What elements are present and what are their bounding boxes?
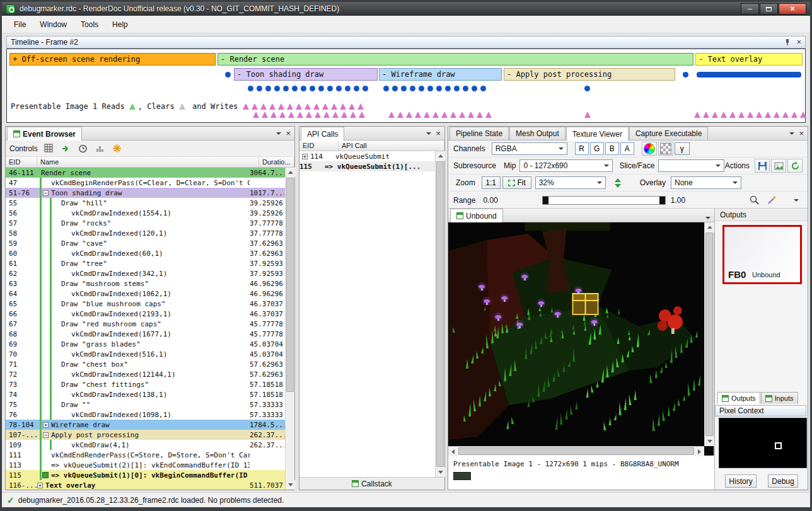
overlay-select[interactable]: None xyxy=(671,176,741,189)
close-icon[interactable]: × xyxy=(799,130,804,137)
range-max-value[interactable]: 1.00 xyxy=(671,196,685,205)
api-calls-scrollbar[interactable] xyxy=(435,151,444,477)
timer-icon[interactable] xyxy=(78,143,89,154)
event-row[interactable]: 62 vkCmdDrawIndexed(342,1) 37.92593 xyxy=(6,268,285,278)
chevron-down-icon[interactable] xyxy=(426,132,431,135)
column-header[interactable]: EID xyxy=(299,141,339,151)
expander-icon[interactable]: + xyxy=(302,154,308,159)
texture-list-dropdown-icon[interactable] xyxy=(705,217,710,219)
event-row[interactable]: 73 Draw "chest fittings" 57.18518 xyxy=(6,379,285,389)
panel-tab[interactable]: Mesh Output xyxy=(509,127,566,140)
close-button[interactable]: × xyxy=(779,3,806,14)
column-header[interactable]: EID xyxy=(6,157,37,167)
column-header[interactable]: Name xyxy=(37,157,259,167)
event-row[interactable]: 70 vkCmdDrawIndexed(516,1) 45.03704 xyxy=(6,349,285,359)
close-icon[interactable]: × xyxy=(436,130,441,137)
color-wheel-button[interactable] xyxy=(642,142,657,156)
event-row[interactable]: 72 vkCmdDrawIndexed(12144,1) 57.62963 xyxy=(6,369,285,379)
close-panel-icon[interactable]: × xyxy=(796,38,801,46)
event-row[interactable]: 57 Draw "rocks" 37.77778 xyxy=(6,218,285,228)
range-min-value[interactable]: 0.00 xyxy=(483,196,497,205)
event-browser-scrollbar[interactable] xyxy=(285,168,294,490)
save-button[interactable] xyxy=(755,159,770,173)
gamma-button[interactable]: γ xyxy=(675,142,690,155)
channel-button[interactable]: G xyxy=(590,142,604,155)
close-icon[interactable]: × xyxy=(286,130,291,137)
texture-vertical-scrollbar[interactable] xyxy=(704,222,714,446)
tab-api-calls[interactable]: API Calls xyxy=(301,127,344,141)
tab-current-texture[interactable]: Unbound xyxy=(450,209,503,222)
texture-display-area[interactable] xyxy=(448,222,714,456)
event-row[interactable]: 63 Draw "mushroom stems" 46.96296 xyxy=(6,278,285,289)
tab-inputs[interactable]: Inputs xyxy=(761,392,798,404)
menu-item[interactable]: Window xyxy=(33,18,74,32)
event-row[interactable]: 66 vkCmdDrawIndexed(2193,1) 46.37037 xyxy=(6,309,285,319)
event-row[interactable]: 67 Draw "red mushroom caps" 45.77778 xyxy=(6,319,285,329)
channel-button[interactable]: B xyxy=(605,142,619,155)
output-thumbnail-fb0[interactable]: FB0 Unbound xyxy=(722,225,802,284)
pin-icon[interactable] xyxy=(784,38,791,46)
expander-icon[interactable]: + xyxy=(43,422,49,428)
chevron-down-icon[interactable] xyxy=(789,132,794,135)
column-header[interactable]: API Call xyxy=(339,141,444,151)
event-row[interactable]: 109 vkCmdDraw(4,1) 262.37... xyxy=(6,440,285,450)
range-max-handle[interactable] xyxy=(659,197,665,204)
panel-tab[interactable]: Texture Viewer xyxy=(566,127,629,141)
expander-icon[interactable]: + xyxy=(37,483,43,488)
toolbar-overflow-icon[interactable] xyxy=(794,199,799,202)
event-row[interactable]: 55 Draw "hill" 39.25926 xyxy=(6,198,285,208)
find-icon[interactable] xyxy=(44,143,55,154)
pixel-context-view[interactable] xyxy=(719,418,807,468)
channel-button[interactable]: R xyxy=(575,142,589,155)
tab-outputs[interactable]: Outputs xyxy=(717,392,760,404)
column-header[interactable]: Duratio... xyxy=(259,157,294,167)
refresh-button[interactable] xyxy=(787,159,803,173)
expander-icon[interactable]: − xyxy=(43,190,49,196)
chevron-down-icon[interactable] xyxy=(276,132,281,135)
menu-item[interactable]: Help xyxy=(105,18,135,32)
timeline-bar-text-overlay[interactable]: - Text overlay xyxy=(695,53,803,66)
zoom-range-button[interactable] xyxy=(748,195,760,206)
event-row[interactable]: 116-... + Text overlay 511.7037 xyxy=(6,480,285,490)
range-slider[interactable] xyxy=(542,196,666,205)
debug-button[interactable]: Debug xyxy=(768,474,798,488)
event-row[interactable]: 75 Draw "" 57.33333 xyxy=(6,399,285,410)
timeline-bar-post-processing[interactable]: - Apply post processing xyxy=(504,68,675,81)
panel-tab[interactable]: Capture Executable xyxy=(629,127,708,140)
event-row[interactable]: 61 Draw "tree" 37.92593 xyxy=(6,258,285,268)
minimize-button[interactable]: – xyxy=(741,3,759,14)
api-call-row[interactable]: 115 => vkQueueSubmit(1)[... xyxy=(299,161,435,171)
callstack-section[interactable]: Callstack xyxy=(299,477,444,490)
zoom-1to1-button[interactable]: 1:1 xyxy=(482,176,501,189)
mip-select[interactable]: 0 - 1272x690 xyxy=(519,159,613,172)
event-row[interactable]: 46-111 Render scene 3064.7... xyxy=(6,168,285,178)
tab-event-browser[interactable]: Event Browser xyxy=(7,127,82,141)
api-call-row[interactable]: + 114 vkQueueSubmit xyxy=(299,151,435,161)
autofit-wand-button[interactable] xyxy=(766,195,777,206)
slice-face-select[interactable] xyxy=(658,159,724,172)
texture-horizontal-scrollbar[interactable] xyxy=(448,446,704,456)
event-row[interactable]: 56 vkCmdDrawIndexed(1554,1) 39.25926 xyxy=(6,208,285,218)
event-row[interactable]: 65 Draw "blue mushroom caps" 46.37037 xyxy=(6,299,285,309)
event-row[interactable]: 74 vkCmdDrawIndexed(138,1) 57.18518 xyxy=(6,389,285,399)
flip-y-button[interactable] xyxy=(612,177,624,188)
bookmark-star-icon[interactable] xyxy=(112,143,123,154)
range-min-handle[interactable] xyxy=(543,197,548,204)
expander-icon[interactable]: − xyxy=(43,432,49,438)
event-row[interactable]: 60 vkCmdDrawIndexed(60,1) 37.62963 xyxy=(6,248,285,258)
event-row[interactable]: 47 vkCmdBeginRenderPass(C=Clear, D=Clear… xyxy=(6,178,285,188)
channels-select[interactable]: RGBA xyxy=(492,142,567,155)
event-row[interactable]: 71 Draw "chest box" 57.62963 xyxy=(6,359,285,369)
checkerboard-button[interactable] xyxy=(658,142,673,156)
menu-item[interactable]: Tools xyxy=(74,18,105,32)
event-row[interactable]: 107-... − Apply post processing 262.37..… xyxy=(6,430,285,440)
menu-item[interactable]: File xyxy=(7,18,33,32)
event-row[interactable]: 76 vkCmdDrawIndexed(1098,1) 57.33333 xyxy=(6,410,285,420)
maximize-button[interactable] xyxy=(760,3,778,14)
event-row[interactable]: 58 vkCmdDrawIndexed(120,1) 37.77778 xyxy=(6,228,285,238)
open-image-button[interactable] xyxy=(771,159,786,173)
history-button[interactable]: History xyxy=(725,474,757,488)
channel-button[interactable]: A xyxy=(620,142,634,155)
event-row[interactable]: 113 => vkQueueSubmit(2)[1]: vkEndCommand… xyxy=(6,460,285,470)
jump-to-eid-icon[interactable] xyxy=(61,143,72,154)
